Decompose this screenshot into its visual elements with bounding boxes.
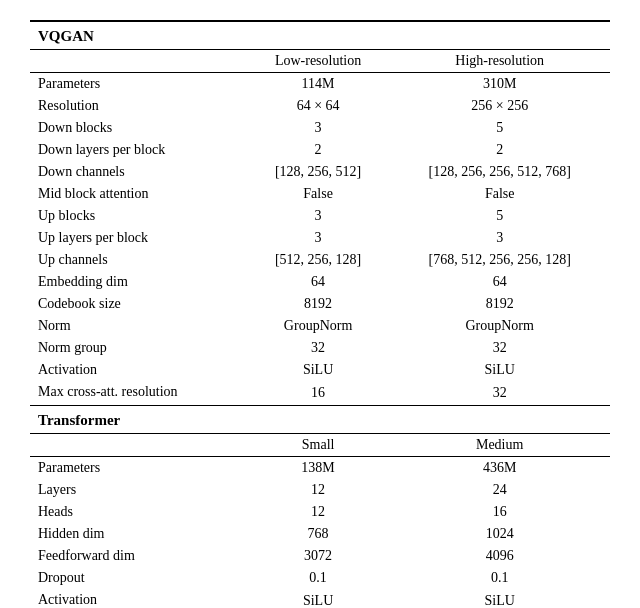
table-row: Down layers per block22 <box>30 139 610 161</box>
vqgan-section-header: VQGAN <box>30 21 610 50</box>
table-row: Norm group3232 <box>30 337 610 359</box>
table-row: Dropout0.10.1 <box>30 567 610 589</box>
transformer-col-header-row: SmallMedium <box>30 434 610 457</box>
table-row: Max cross-att. resolution1632 <box>30 381 610 406</box>
table-row: Heads1216 <box>30 501 610 523</box>
transformer-section-header: Transformer <box>30 406 610 434</box>
comparison-table: VQGANLow-resolutionHigh-resolutionParame… <box>30 20 610 608</box>
table-row: Parameters114M310M <box>30 73 610 96</box>
table-row: Down blocks35 <box>30 117 610 139</box>
table-row: Down channels[128, 256, 512][128, 256, 2… <box>30 161 610 183</box>
table-row: Codebook size81928192 <box>30 293 610 315</box>
table-row: Parameters138M436M <box>30 457 610 480</box>
table-row: ActivationSiLUSiLU <box>30 589 610 608</box>
table-row: Up channels[512, 256, 128][768, 512, 256… <box>30 249 610 271</box>
table-row: Up blocks35 <box>30 205 610 227</box>
table-row: Layers1224 <box>30 479 610 501</box>
table-row: Mid block attentionFalseFalse <box>30 183 610 205</box>
table-row: NormGroupNormGroupNorm <box>30 315 610 337</box>
table-row: Hidden dim7681024 <box>30 523 610 545</box>
table-row: Resolution64 × 64256 × 256 <box>30 95 610 117</box>
table-row: Feedforward dim30724096 <box>30 545 610 567</box>
table-row: Up layers per block33 <box>30 227 610 249</box>
table-container: VQGANLow-resolutionHigh-resolutionParame… <box>30 20 610 608</box>
vqgan-col-header-row: Low-resolutionHigh-resolution <box>30 50 610 73</box>
table-row: Embedding dim6464 <box>30 271 610 293</box>
table-row: ActivationSiLUSiLU <box>30 359 610 381</box>
